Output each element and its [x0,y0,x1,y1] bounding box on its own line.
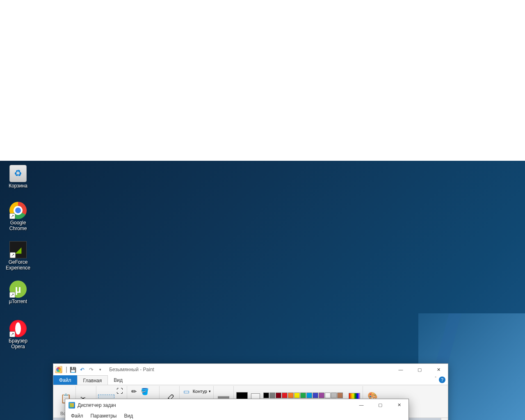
desktop-icon-utorrent[interactable]: ↗µTorrent [2,281,34,304]
palette-color[interactable] [294,393,300,398]
paint-scrollbar[interactable] [441,418,448,420]
desktop[interactable]: Корзина↗GoogleChrome↗GeForceExperience↗µ… [0,161,525,420]
paint-title: Безымянный - Paint [109,367,154,372]
minimize-button[interactable]: — [391,364,410,375]
desktop-icon-label: GoogleChrome [2,220,34,231]
tab-view[interactable]: Вид [108,375,128,385]
tm-title: Диспетчер задач [78,402,116,408]
palette-color[interactable] [282,393,288,398]
recycle-icon [9,165,27,182]
palette-color[interactable] [300,393,306,398]
palette-color[interactable] [269,393,275,398]
palette-color[interactable] [306,393,312,398]
paint-titlebar[interactable]: | 💾 ↶ ↷ ▾ Безымянный - Paint — ▢ ✕ [53,364,448,375]
quick-access-toolbar: 💾 ↶ ↷ ▾ [69,365,104,374]
desktop-icon-geforce[interactable]: ↗GeForceExperience [2,241,34,271]
utorrent-icon: ↗ [9,281,27,298]
palette-color[interactable] [325,393,331,398]
desktop-icon-opera[interactable]: ↗БраузерOpera [2,320,34,349]
desktop-icon-label: Корзина [2,183,34,189]
desktop-icon-recycle[interactable]: Корзина [2,165,34,189]
shortcut-arrow-icon: ↗ [9,331,15,337]
crop-icon[interactable]: ⛶ [115,387,124,396]
desktop-icon-label: GeForceExperience [2,259,34,271]
tm-close-button[interactable]: ✕ [390,399,409,411]
qat-dropdown-icon[interactable]: ▾ [96,365,104,374]
pencil-icon[interactable]: ✏ [130,387,139,396]
task-manager-window: Диспетчер задач — ▢ ✕ ФайлПараметрыВид П… [65,399,409,420]
palette-color[interactable] [276,393,281,398]
help-icon[interactable]: ? [439,377,445,383]
shortcut-arrow-icon: ↗ [9,213,15,219]
save-icon[interactable]: 💾 [69,365,77,374]
shapes-icon[interactable]: ▭ [182,387,191,396]
palette-color[interactable] [263,393,269,398]
palette-color[interactable] [331,393,337,398]
redo-icon[interactable]: ↷ [87,365,95,374]
tm-menu-item[interactable]: Вид [121,412,136,420]
tm-maximize-button[interactable]: ▢ [371,399,390,411]
desktop-icon-chrome[interactable]: ↗GoogleChrome [2,202,34,231]
tm-menu-item[interactable]: Файл [68,412,87,420]
palette-color[interactable] [319,393,324,398]
tm-menu-item[interactable]: Параметры [87,412,120,420]
tab-home[interactable]: Главная [77,375,108,385]
outline-label[interactable]: Контур [193,389,207,394]
opera-icon: ↗ [9,320,27,337]
tm-menubar: ФайлПараметрыВид [65,411,409,420]
palette-color[interactable] [337,393,343,398]
desktop-icon-label: БраузерOpera [2,338,34,349]
palette-color[interactable] [288,393,294,398]
desktop-icon-label: µTorrent [2,299,34,304]
shortcut-arrow-icon: ↗ [10,252,16,258]
geforce-icon: ↗ [9,241,27,258]
tm-minimize-button[interactable]: — [352,399,371,411]
tm-titlebar[interactable]: Диспетчер задач — ▢ ✕ [65,399,409,411]
undo-icon[interactable]: ↶ [78,365,86,374]
paint-app-icon [55,366,62,373]
paint-ribbon-tabs: Файл Главная Вид ˆ ? [53,375,448,385]
maximize-button[interactable]: ▢ [410,364,429,375]
close-button[interactable]: ✕ [429,364,448,375]
shortcut-arrow-icon: ↗ [9,292,15,298]
fill-icon[interactable]: 🪣 [140,387,149,396]
task-manager-icon [68,402,75,409]
ribbon-collapse-icon[interactable]: ˆ [435,376,436,381]
tab-file[interactable]: Файл [53,375,77,385]
chrome-icon: ↗ [9,202,27,219]
palette-color[interactable] [313,393,318,398]
